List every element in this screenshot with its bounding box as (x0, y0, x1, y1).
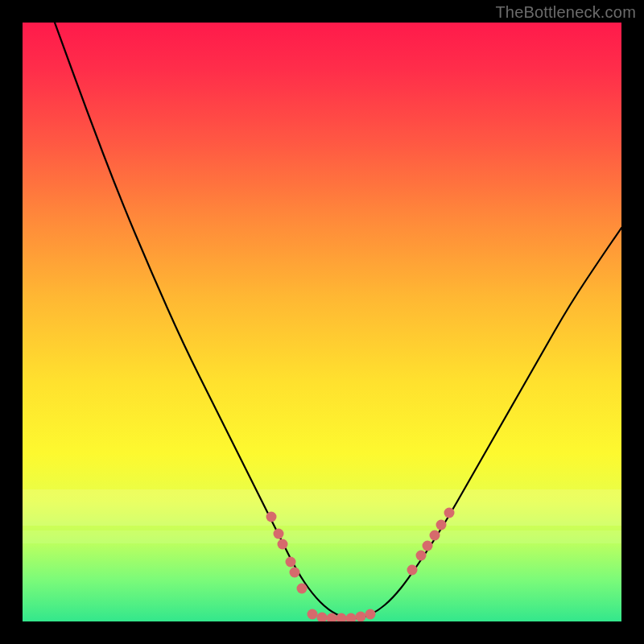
watermark-text: TheBottleneck.com (495, 3, 636, 22)
bottleneck-curve (55, 23, 621, 618)
marker-dot (423, 541, 433, 551)
marker-dot (444, 508, 455, 518)
marker-dot (356, 612, 366, 622)
marker-dot (278, 539, 288, 550)
marker-dot (430, 530, 440, 541)
curve-layer (23, 23, 621, 621)
marker-dot (308, 609, 318, 620)
marker-dots (266, 508, 455, 622)
marker-dot (297, 584, 308, 594)
marker-dot (407, 565, 418, 576)
marker-dot (317, 613, 328, 622)
plot-area (23, 23, 621, 621)
marker-dot (416, 551, 427, 561)
marker-dot (290, 568, 300, 578)
chart-frame: TheBottleneck.com (0, 0, 644, 644)
marker-dot (436, 520, 447, 530)
marker-dot (286, 557, 296, 568)
marker-dot (365, 609, 376, 620)
marker-dot (266, 512, 277, 522)
marker-dot (274, 529, 284, 539)
marker-dot (346, 613, 357, 622)
